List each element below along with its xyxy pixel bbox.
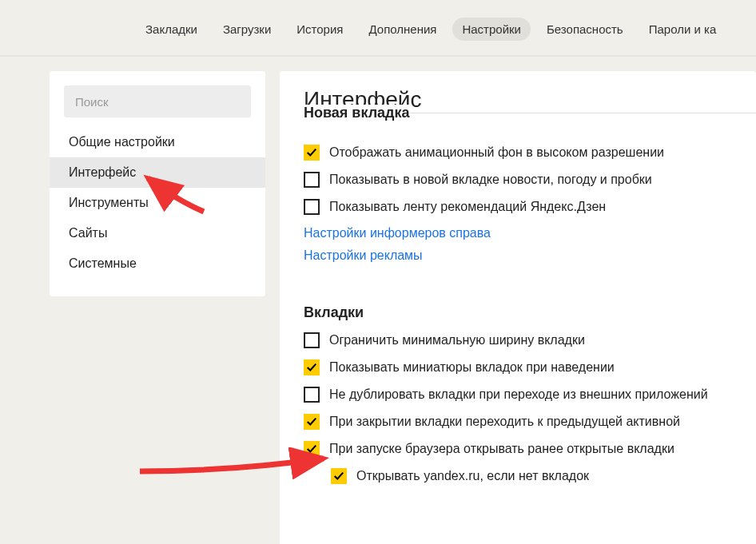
checkbox-icon[interactable] [304,441,320,457]
link-ads[interactable]: Настройки рекламы [304,248,756,263]
sidebar-item-general[interactable]: Общие настройки [50,127,265,157]
opt-label: Показывать ленту рекомендаций Яндекс.Дзе… [329,200,606,214]
nav-history[interactable]: История [287,18,352,41]
checkbox-icon[interactable] [304,414,320,430]
sidebar-item-system[interactable]: Системные [50,248,265,279]
opt-thumbnails[interactable]: Показывать миниатюры вкладок при наведен… [304,359,756,375]
checkbox-icon[interactable] [304,359,320,375]
opt-label: Открывать yandex.ru, если нет вкладок [356,469,589,483]
opt-label: Отображать анимационный фон в высоком ра… [329,145,664,160]
opt-show-zen[interactable]: Показывать ленту рекомендаций Яндекс.Дзе… [304,199,756,215]
section-tabs-title: Вкладки [304,304,756,321]
main-content: Интерфейс Новая вкладка Отображать анима… [280,71,756,544]
opt-label: Показывать в новой вкладке новости, пого… [329,173,652,187]
opt-label: Ограничить минимальную ширину вкладки [329,333,585,347]
opt-prev-active[interactable]: При закрытии вкладки переходить к предыд… [304,414,756,430]
nav-passwords[interactable]: Пароли и ка [639,18,726,41]
opt-restore-tabs[interactable]: При запуске браузера открывать ранее отк… [304,441,756,457]
opt-open-yandex[interactable]: Открывать yandex.ru, если нет вкладок [331,468,756,484]
top-navigation: Закладки Загрузки История Дополнения Нас… [0,0,756,57]
nav-security[interactable]: Безопасность [537,18,633,41]
opt-label: Не дублировать вкладки при переходе из в… [329,387,708,402]
checkbox-icon[interactable] [304,199,320,215]
sidebar-item-interface[interactable]: Интерфейс [50,157,265,188]
opt-no-duplicate[interactable]: Не дублировать вкладки при переходе из в… [304,387,756,403]
opt-label: При закрытии вкладки переходить к предыд… [329,415,680,429]
checkbox-icon[interactable] [304,387,320,403]
opt-animated-bg[interactable]: Отображать анимационный фон в высоком ра… [304,145,756,161]
search-input[interactable]: Поиск [64,85,251,117]
nav-bookmarks[interactable]: Закладки [136,18,207,41]
opt-show-news[interactable]: Показывать в новой вкладке новости, пого… [304,172,756,188]
link-informers[interactable]: Настройки информеров справа [304,226,756,240]
nav-settings[interactable]: Настройки [452,18,531,41]
checkbox-icon[interactable] [304,172,320,188]
nav-downloads[interactable]: Загрузки [213,18,281,41]
opt-min-width[interactable]: Ограничить минимальную ширину вкладки [304,332,756,348]
checkbox-icon[interactable] [331,468,347,484]
sidebar-item-tools[interactable]: Инструменты [50,188,265,218]
section-new-tab-title: Новая вкладка [304,113,756,130]
opt-label: При запуске браузера открывать ранее отк… [329,442,674,456]
checkbox-icon[interactable] [304,332,320,348]
sidebar: Поиск Общие настройки Интерфейс Инструме… [50,71,265,296]
nav-addons[interactable]: Дополнения [359,18,446,41]
sidebar-item-sites[interactable]: Сайты [50,218,265,248]
checkbox-icon[interactable] [304,145,320,161]
opt-label: Показывать миниатюры вкладок при наведен… [329,360,615,375]
